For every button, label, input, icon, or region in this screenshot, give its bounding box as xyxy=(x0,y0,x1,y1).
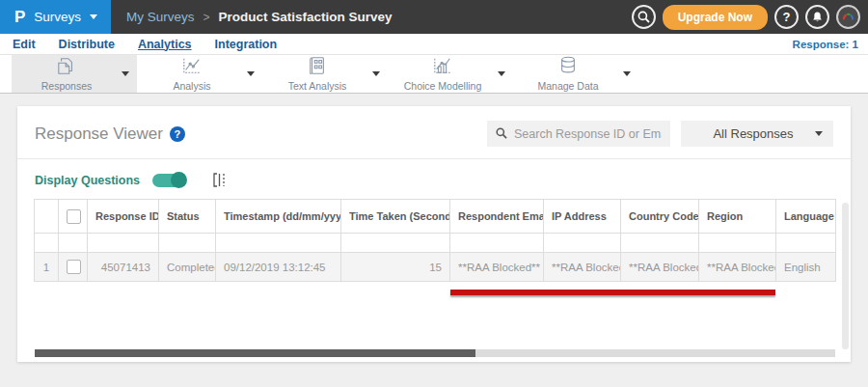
filter-timestamp[interactable] xyxy=(216,234,341,253)
cell-status: Completed xyxy=(159,253,216,282)
col-status[interactable]: Status xyxy=(159,200,216,234)
top-bar: P Surveys My Surveys > Product Satisfact… xyxy=(0,0,868,34)
user-avatar[interactable] xyxy=(836,5,860,29)
red-highlight-annotation xyxy=(450,290,775,295)
filter-country[interactable] xyxy=(621,234,699,253)
search-icon xyxy=(496,125,507,143)
nav-edit[interactable]: Edit xyxy=(13,38,36,51)
search-icon[interactable] xyxy=(632,5,656,29)
breadcrumb-survey-title: Product Satisfaction Survey xyxy=(219,10,393,24)
display-questions-toggle[interactable] xyxy=(152,174,186,187)
toolbar-choice-modelling[interactable]: Choice Modelling xyxy=(388,55,513,93)
filter-time-taken[interactable] xyxy=(341,234,450,253)
horizontal-scrollbar-thumb[interactable] xyxy=(35,349,475,357)
col-time-taken[interactable]: Time Taken (Seconds) xyxy=(341,200,450,234)
horizontal-scrollbar[interactable] xyxy=(35,349,835,357)
topbar-actions: Upgrade Now ? xyxy=(632,0,868,34)
toolbar-text-analysis[interactable]: Text Analysis xyxy=(262,55,388,93)
notifications-bell-icon[interactable] xyxy=(805,5,829,29)
row-select xyxy=(59,253,88,282)
filter-ip[interactable] xyxy=(544,234,621,253)
chevron-down-icon[interactable] xyxy=(623,71,631,76)
responses-icon xyxy=(56,56,77,79)
cell-country-code: **RAA Blocked** xyxy=(621,253,699,282)
filter-row xyxy=(35,234,836,253)
col-country-code[interactable]: Country Code xyxy=(621,200,699,234)
chevron-down-icon[interactable] xyxy=(247,71,255,76)
toolbar-responses[interactable]: Responses xyxy=(12,55,137,93)
filter-email[interactable] xyxy=(450,234,544,253)
chevron-down-icon xyxy=(815,131,823,136)
response-filter-value: All Responses xyxy=(692,126,815,141)
row-checkbox[interactable] xyxy=(67,260,81,274)
select-all-checkbox[interactable] xyxy=(67,209,81,224)
table-row: 1 45071413 Completed 09/12/2019 13:12:45… xyxy=(35,253,836,282)
product-name: Surveys xyxy=(34,10,81,24)
response-search[interactable] xyxy=(487,121,670,147)
cell-respondent-email: **RAA Blocked** xyxy=(450,253,544,282)
toolbar-manage-data-label: Manage Data xyxy=(537,80,598,92)
response-counter: Response: 1 xyxy=(793,39,858,50)
search-input[interactable] xyxy=(514,127,662,141)
toolbar-analysis[interactable]: Analysis xyxy=(137,55,262,93)
col-select xyxy=(59,200,88,234)
row-number: 1 xyxy=(35,253,59,282)
analytics-toolbar: Responses Analysis Text Analysis Choice … xyxy=(0,55,868,94)
nav-integration[interactable]: Integration xyxy=(215,38,278,51)
upgrade-now-button[interactable]: Upgrade Now xyxy=(663,5,768,30)
toolbar-analysis-label: Analysis xyxy=(173,80,210,92)
cell-region: **RAA Blocked** xyxy=(699,253,776,282)
vertical-scrollbar[interactable] xyxy=(842,203,849,349)
card-header: Response Viewer ? All Responses xyxy=(17,106,851,158)
col-language[interactable]: Language xyxy=(776,200,836,234)
toolbar-manage-data[interactable]: Manage Data xyxy=(513,55,638,93)
breadcrumb-my-surveys[interactable]: My Surveys xyxy=(126,10,195,24)
col-response-id[interactable]: Response ID xyxy=(88,200,159,234)
manage-data-icon xyxy=(557,56,579,79)
responses-table: Response ID Status Timestamp (dd/mm/yyyy… xyxy=(34,199,851,282)
toolbar-choice-modelling-label: Choice Modelling xyxy=(404,80,482,92)
table-header-row: Response ID Status Timestamp (dd/mm/yyyy… xyxy=(35,200,836,234)
col-region[interactable]: Region xyxy=(699,200,776,234)
table-controls: Display Questions xyxy=(17,159,851,197)
col-respondent-email[interactable]: Respondent Email xyxy=(450,200,544,234)
help-icon[interactable]: ? xyxy=(774,5,799,29)
cell-timestamp: 09/12/2019 13:12:45 xyxy=(216,253,341,282)
chevron-down-icon xyxy=(90,14,97,19)
analysis-icon xyxy=(181,56,203,79)
toolbar-text-analysis-label: Text Analysis xyxy=(288,80,347,92)
freeze-columns-icon[interactable] xyxy=(211,172,228,188)
filter-status[interactable] xyxy=(159,234,216,253)
cell-time-taken: 15 xyxy=(341,253,450,282)
col-ip-address[interactable]: IP Address xyxy=(544,200,621,234)
help-icon[interactable]: ? xyxy=(170,126,185,142)
filter-region[interactable] xyxy=(699,234,776,253)
response-filter-dropdown[interactable]: All Responses xyxy=(681,121,833,147)
chevron-down-icon[interactable] xyxy=(122,71,129,76)
col-timestamp[interactable]: Timestamp (dd/mm/yyyy) xyxy=(216,200,341,234)
text-analysis-icon xyxy=(307,56,328,79)
nav-analytics[interactable]: Analytics xyxy=(138,38,192,51)
toolbar-responses-label: Responses xyxy=(41,80,93,92)
chevron-down-icon[interactable] xyxy=(498,71,505,76)
response-viewer-card: Response Viewer ? All Responses Display … xyxy=(17,106,851,362)
col-row-number xyxy=(35,200,59,234)
cell-response-id[interactable]: 45071413 xyxy=(88,253,159,282)
breadcrumb: My Surveys > Product Satisfaction Survey xyxy=(111,0,393,34)
survey-nav: Edit Distribute Analytics Integration Re… xyxy=(0,34,868,55)
page-title: Response Viewer xyxy=(35,124,163,144)
filter-response-id[interactable] xyxy=(88,234,159,253)
brand-logo-icon: P xyxy=(14,9,25,25)
filter-language[interactable] xyxy=(776,234,836,253)
display-questions-label: Display Questions xyxy=(35,174,140,187)
choice-modelling-icon xyxy=(432,56,453,79)
breadcrumb-separator: > xyxy=(203,11,210,24)
cell-ip-address: **RAA Blocked** xyxy=(544,253,621,282)
cell-language: English xyxy=(776,253,836,282)
chevron-down-icon[interactable] xyxy=(372,71,380,76)
toggle-knob xyxy=(171,172,187,188)
nav-distribute[interactable]: Distribute xyxy=(59,38,115,51)
app-switcher[interactable]: P Surveys xyxy=(0,0,111,34)
